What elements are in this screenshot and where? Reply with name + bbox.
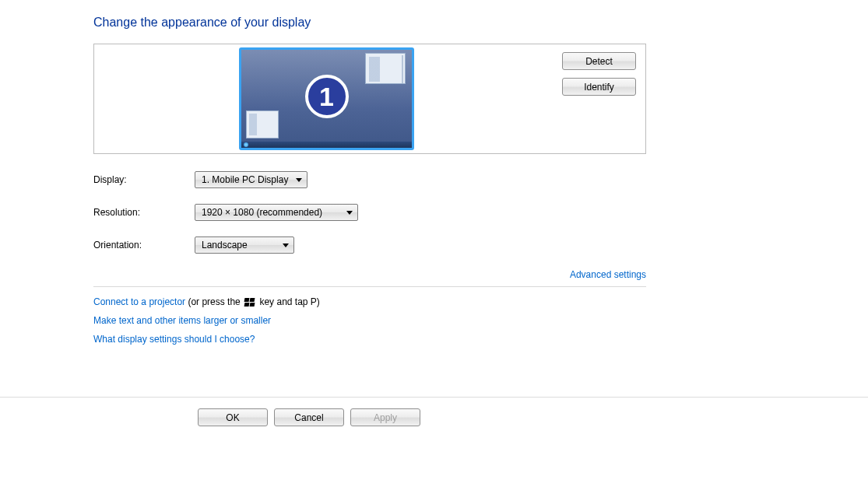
divider [93,286,646,287]
cancel-button[interactable]: Cancel [274,408,344,426]
page-title: Change the appearance of your display [93,16,646,30]
monitor-number-text: 1 [319,83,334,110]
detect-button[interactable]: Detect [562,52,636,70]
orientation-label: Orientation: [93,240,195,250]
windows-key-icon [244,298,255,307]
apply-button: Apply [350,408,420,426]
dialog-button-bar: OK Cancel Apply [0,397,868,426]
resolution-dropdown-value: 1920 × 1080 (recommended) [202,207,322,218]
preview-window-icon [365,53,406,84]
orientation-dropdown[interactable]: Landscape [195,236,294,254]
preview-taskbar-icon [241,142,412,148]
projector-hint-after: key and tap P) [257,296,320,307]
projector-line: Connect to a projector (or press the key… [93,296,646,307]
chevron-down-icon [283,243,289,247]
help-link[interactable]: What display settings should I choose? [93,334,646,345]
text-size-link[interactable]: Make text and other items larger or smal… [93,315,646,326]
resolution-label: Resolution: [93,207,195,218]
orientation-dropdown-value: Landscape [202,240,248,250]
display-arrangement-panel: 1 Detect Identify [93,44,646,154]
monitor-number-badge: 1 [305,75,349,118]
chevron-down-icon [346,211,353,215]
preview-window-icon [246,110,279,138]
ok-button[interactable]: OK [198,408,268,426]
display-label: Display: [93,174,195,185]
chevron-down-icon [296,178,302,182]
connect-projector-link[interactable]: Connect to a projector [93,296,185,307]
advanced-settings-link[interactable]: Advanced settings [570,269,646,280]
identify-button[interactable]: Identify [562,78,636,96]
display-dropdown[interactable]: 1. Mobile PC Display [195,171,307,188]
monitor-1-preview[interactable]: 1 [239,47,414,150]
resolution-dropdown[interactable]: 1920 × 1080 (recommended) [195,204,358,221]
display-dropdown-value: 1. Mobile PC Display [202,174,288,185]
projector-hint-before: (or press the [185,296,243,307]
